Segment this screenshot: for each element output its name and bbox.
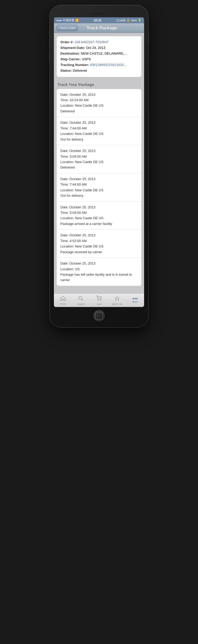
entry-4-location: Location: New Castle DE US bbox=[60, 187, 138, 193]
entry-6-date: Date: October 25, 2013 bbox=[60, 232, 138, 238]
status-bar: ●●● 中国联通 📶 16:31 211MB 🔒 94% 🔋 bbox=[54, 17, 144, 23]
carrier-label: Ship Carrier: bbox=[60, 57, 81, 61]
tracking-entry-3: Date: October 25, 2013 Time: 5:04:00 AM … bbox=[57, 145, 141, 173]
tracking-number-label: Tracking Number: bbox=[60, 63, 89, 67]
tab-home[interactable]: Home bbox=[54, 295, 72, 306]
destination-label: Destination: bbox=[60, 52, 80, 55]
search-icon bbox=[78, 296, 84, 302]
battery-level: 94% bbox=[131, 19, 137, 22]
order-info-card: Order #: 108-6463167-7033847 Shipment Da… bbox=[56, 36, 142, 77]
svg-point-3 bbox=[100, 300, 101, 301]
power-button bbox=[148, 34, 149, 44]
cart-icon bbox=[96, 296, 102, 302]
back-arrow-icon: ‹ bbox=[58, 26, 60, 30]
status-time: 16:31 bbox=[94, 19, 102, 22]
phone-screen: ●●● 中国联通 📶 16:31 211MB 🔒 94% 🔋 ‹ View Or… bbox=[54, 17, 144, 307]
carrier-label: 中国联通 bbox=[63, 18, 74, 22]
tracking-number-row: Tracking Number: 936128993215911633... bbox=[60, 62, 138, 68]
tracking-entries-card: Date: October 25, 2013 Time: 10:24:00 AM… bbox=[56, 89, 142, 286]
shipment-date-label: Shipment Date: bbox=[60, 46, 85, 50]
svg-point-0 bbox=[79, 296, 82, 299]
tab-more-label: More bbox=[132, 300, 138, 303]
tab-home-label: Home bbox=[60, 302, 66, 305]
volume-down-button bbox=[49, 51, 50, 62]
shipment-date-value: Oct 24, 2013 bbox=[86, 46, 105, 50]
svg-point-2 bbox=[98, 300, 98, 301]
page-title: Track Package bbox=[62, 25, 142, 31]
order-number-value[interactable]: 108-6463167-7033847 bbox=[74, 40, 109, 44]
status-label: Status: bbox=[60, 69, 72, 72]
tab-search[interactable]: Search bbox=[72, 295, 90, 306]
wifi-icon: 📶 bbox=[75, 19, 79, 22]
entry-3-location: Location: New Castle DE US bbox=[60, 159, 138, 165]
tracking-entry-6: Date: October 25, 2013 Time: 4:52:00 AM … bbox=[57, 230, 141, 258]
status-right: 211MB 🔒 94% 🔋 bbox=[116, 19, 142, 22]
tracking-entry-4: Date: October 25, 2013 Time: 7:44:00 AM … bbox=[57, 173, 141, 202]
navigation-bar: ‹ View Order Track Package bbox=[54, 23, 144, 33]
tracking-entry-2: Date: October 25, 2013 Time: 7:44:00 AM … bbox=[57, 117, 141, 145]
shipment-date-row: Shipment Date: Oct 24, 2013 bbox=[60, 45, 138, 51]
tab-wishlist-label: Wish List bbox=[112, 303, 122, 305]
main-content: Order #: 108-6463167-7033847 Shipment Da… bbox=[54, 33, 144, 293]
entry-6-status: Package received by carrier bbox=[60, 249, 138, 255]
entry-5-date: Date: October 25, 2013 bbox=[60, 204, 138, 210]
entry-7-location: Location: US bbox=[60, 266, 138, 272]
entry-1-time: Time: 10:24:00 AM bbox=[60, 97, 138, 103]
entry-7-date: Date: October 25, 2013 bbox=[60, 261, 138, 266]
entry-5-time: Time: 5:04:00 AM bbox=[60, 210, 138, 215]
entry-3-status: Delivered bbox=[60, 165, 138, 170]
entry-2-location: Location: New Castle DE US bbox=[60, 131, 138, 136]
entry-4-time: Time: 7:44:00 AM bbox=[60, 182, 138, 187]
home-button[interactable] bbox=[93, 310, 105, 321]
entry-5-status: Package arrived at a carrier facility bbox=[60, 221, 138, 226]
volume-up-button bbox=[49, 39, 50, 49]
svg-marker-4 bbox=[115, 296, 119, 300]
battery-indicator: 🔋 bbox=[138, 19, 142, 22]
entry-5-location: Location: New Castle DE US bbox=[60, 215, 138, 221]
entry-2-date: Date: October 25, 2013 bbox=[60, 120, 138, 125]
tracking-entry-5: Date: October 25, 2013 Time: 5:04:00 AM … bbox=[57, 202, 141, 230]
data-usage: 211MB bbox=[116, 19, 125, 22]
destination-row: Destination: NEW CASTLE, DELAWARE,... bbox=[60, 51, 138, 56]
svg-line-1 bbox=[82, 299, 83, 301]
tab-cart[interactable]: Cart bbox=[90, 295, 108, 306]
carrier-value: USPS bbox=[82, 57, 91, 61]
tab-search-label: Search bbox=[77, 303, 85, 305]
phone-bottom bbox=[54, 310, 144, 321]
speaker bbox=[91, 13, 107, 15]
tab-more[interactable]: More bbox=[126, 295, 144, 306]
wishlist-icon bbox=[114, 296, 120, 302]
entry-6-location: Location: New Castle DE US bbox=[60, 244, 138, 249]
carrier-row: Ship Carrier: USPS bbox=[60, 56, 138, 62]
entry-7-status: Package has left seller facility and is … bbox=[60, 272, 138, 283]
entry-6-time: Time: 4:52:00 AM bbox=[60, 238, 138, 244]
camera bbox=[98, 10, 100, 12]
tracking-entry-7: Date: October 25, 2013 Location: US Pack… bbox=[57, 258, 141, 286]
entry-4-status: Out for delivery bbox=[60, 193, 138, 198]
status-left: ●●● 中国联通 📶 bbox=[56, 18, 79, 22]
signal-icon: ●●● bbox=[56, 19, 62, 22]
tab-cart-label: Cart bbox=[97, 303, 101, 305]
order-number-label: Order #: bbox=[60, 40, 74, 44]
tracking-entry-1: Date: October 25, 2013 Time: 10:24:00 AM… bbox=[57, 89, 141, 117]
entry-4-date: Date: October 25, 2013 bbox=[60, 176, 138, 182]
tracking-number-value[interactable]: 936128993215911633... bbox=[90, 63, 126, 67]
entry-3-time: Time: 5:04:00 AM bbox=[60, 154, 138, 159]
order-number-row: Order #: 108-6463167-7033847 bbox=[60, 39, 138, 45]
tab-wishlist[interactable]: Wish List bbox=[108, 295, 126, 306]
entry-2-status: Out for delivery bbox=[60, 137, 138, 142]
phone-frame: ●●● 中国联通 📶 16:31 211MB 🔒 94% 🔋 ‹ View Or… bbox=[50, 5, 148, 327]
tab-bar: Home Search bbox=[54, 293, 144, 307]
battery-icon: 🔒 bbox=[126, 19, 130, 22]
status-value: Delivered bbox=[73, 69, 87, 72]
mute-button bbox=[49, 30, 50, 36]
phone-top bbox=[54, 10, 144, 15]
home-button-inner bbox=[95, 312, 103, 320]
destination-value: NEW CASTLE, DELAWARE,... bbox=[81, 52, 127, 55]
entry-1-status: Delivered bbox=[60, 108, 138, 114]
home-icon bbox=[60, 296, 66, 302]
status-row: Status: Delivered bbox=[60, 68, 138, 74]
entry-3-date: Date: October 25, 2013 bbox=[60, 148, 138, 153]
more-icon bbox=[133, 298, 138, 300]
track-package-header: Track Your Package bbox=[56, 81, 142, 89]
